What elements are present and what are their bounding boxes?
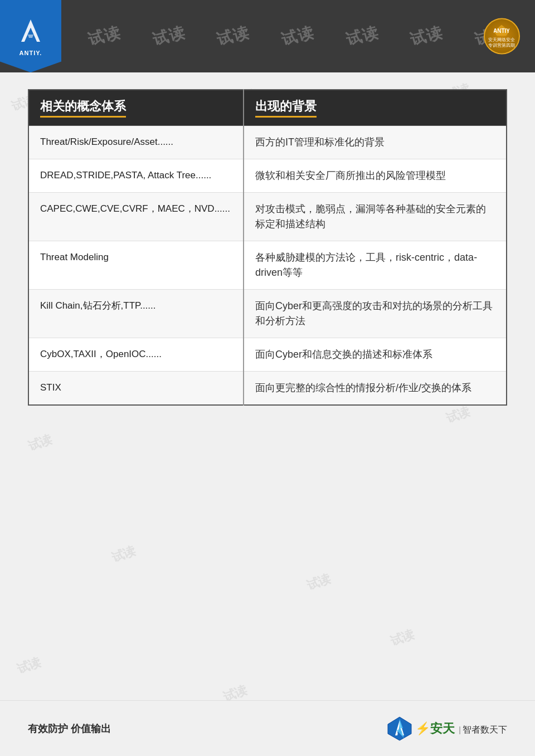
svg-text:ANTIY: ANTIY (494, 27, 509, 33)
table-row: STIX面向更完整的综合性的情报分析/作业/交换的体系 (28, 372, 507, 406)
footer-logo-separator: | (459, 725, 461, 734)
header-wm-6: 试读 (408, 22, 446, 51)
col-right-header: 出现的背景 (244, 90, 507, 126)
table-cell-left: CAPEC,CWE,CVE,CVRF，MAEC，NVD...... (28, 193, 244, 241)
col-right-header-text: 出现的背景 (255, 98, 317, 118)
table-row: DREAD,STRIDE,PASTA, Attack Tree......微软和… (28, 159, 507, 193)
header-wm-2: 试读 (150, 22, 188, 51)
table-cell-right: 对攻击模式，脆弱点，漏洞等各种基础的安全元素的标定和描述结构 (244, 193, 507, 241)
header-badge: ANTIY 安天网络安全专训营第四期 (476, 16, 527, 57)
table-cell-right: 面向Cyber和信息交换的描述和标准体系 (244, 338, 507, 372)
badge-text: ANTIY (494, 25, 509, 37)
table-row: Kill Chain,钻石分析,TTP......面向Cyber和更高强度的攻击… (28, 290, 507, 338)
logo-text: ANTIY. (20, 50, 42, 56)
table-cell-left: Kill Chain,钻石分析,TTP...... (28, 290, 244, 338)
table-header-row: 相关的概念体系 出现的背景 (28, 90, 507, 126)
logo-block: ANTIY. (0, 0, 61, 72)
footer-logo-icon (387, 716, 412, 741)
table-cell-right: 面向Cyber和更高强度的攻击和对抗的场景的分析工具和分析方法 (244, 290, 507, 338)
table-cell-left: Threat Modeling (28, 241, 244, 290)
footer: 有效防护 价值输出 ⚡安天 | 智者数天下 (0, 700, 535, 756)
table-cell-left: STIX (28, 372, 244, 406)
header-watermarks: 试读 试读 试读 试读 试读 试读 试读 (61, 0, 535, 72)
footer-logo: ⚡安天 | 智者数天下 (387, 716, 507, 741)
table-row: Threat Modeling各种威胁建模的方法论，工具，risk-centri… (28, 241, 507, 290)
col-left-header-text: 相关的概念体系 (40, 98, 126, 118)
col-left-header: 相关的概念体系 (28, 90, 244, 126)
table-cell-right: 面向更完整的综合性的情报分析/作业/交换的体系 (244, 372, 507, 406)
footer-logo-brand: ⚡安天 (415, 720, 455, 737)
table-cell-right: 西方的IT管理和标准化的背景 (244, 126, 507, 159)
footer-tagline: 有效防护 价值输出 (28, 722, 111, 735)
footer-logo-texts: ⚡安天 | 智者数天下 (415, 720, 507, 737)
table-cell-right: 微软和相关安全厂商所推出的风险管理模型 (244, 159, 507, 193)
logo-icon (16, 17, 46, 47)
header-wm-5: 试读 (344, 22, 382, 51)
header-wm-3: 试读 (215, 22, 252, 51)
table-row: Threat/Risk/Exposure/Asset......西方的IT管理和… (28, 126, 507, 159)
header-wm-1: 试读 (86, 22, 124, 51)
table-cell-right: 各种威胁建模的方法论，工具，risk-centric，data-driven等等 (244, 241, 507, 290)
table-cell-left: CybOX,TAXII，OpenIOC...... (28, 338, 244, 372)
badge-label: 安天网络安全专训营第四期 (488, 37, 515, 48)
header-wm-4: 试读 (279, 22, 317, 51)
badge-circle: ANTIY 安天网络安全专训营第四期 (484, 18, 520, 55)
table-cell-left: DREAD,STRIDE,PASTA, Attack Tree...... (28, 159, 244, 193)
table-row: CAPEC,CWE,CVE,CVRF，MAEC，NVD......对攻击模式，脆… (28, 193, 507, 241)
footer-logo-sub: 智者数天下 (463, 724, 507, 736)
header: ANTIY. 试读 试读 试读 试读 试读 试读 试读 ANTIY 安天网络安全… (0, 0, 535, 72)
table-cell-left: Threat/Risk/Exposure/Asset...... (28, 126, 244, 159)
main-table: 相关的概念体系 出现的背景 Threat/Risk/Exposure/Asset… (28, 89, 507, 406)
table-row: CybOX,TAXII，OpenIOC......面向Cyber和信息交换的描述… (28, 338, 507, 372)
main-content: 相关的概念体系 出现的背景 Threat/Risk/Exposure/Asset… (28, 89, 507, 689)
